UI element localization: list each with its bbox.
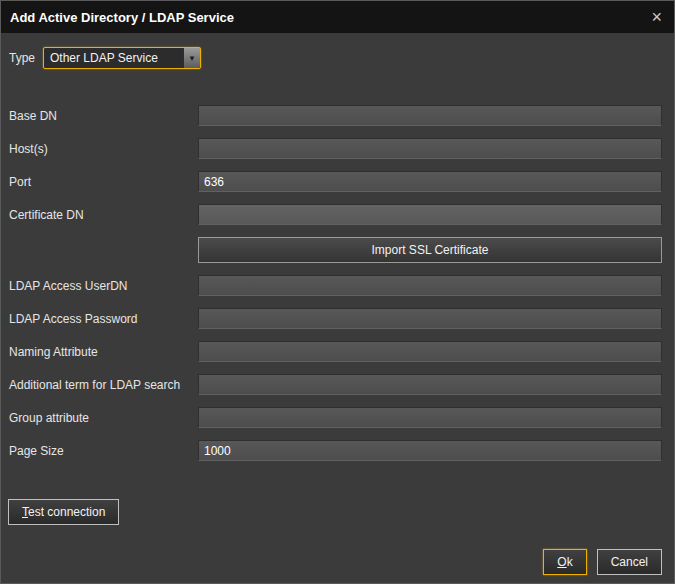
dialog-titlebar: Add Active Directory / LDAP Service × — [1, 1, 674, 33]
hosts-input[interactable] — [198, 138, 662, 159]
field-row-port: Port — [9, 171, 662, 192]
dialog-title: Add Active Directory / LDAP Service — [10, 10, 234, 25]
field-row-base-dn: Base DN — [9, 105, 662, 126]
import-ssl-certificate-button[interactable]: Import SSL Certificate — [198, 237, 662, 263]
ldap-access-password-label: LDAP Access Password — [9, 312, 198, 326]
type-row: Type Other LDAP Service ▼ — [9, 47, 662, 69]
group-attribute-input[interactable] — [198, 407, 662, 428]
naming-attribute-label: Naming Attribute — [9, 345, 198, 359]
test-connection-label: est connection — [28, 505, 105, 519]
chevron-down-icon[interactable]: ▼ — [183, 48, 200, 68]
ldap-access-userdn-input[interactable] — [198, 275, 662, 296]
dialog-footer: Ok Cancel — [543, 549, 662, 575]
ldap-access-userdn-label: LDAP Access UserDN — [9, 279, 198, 293]
hosts-label: Host(s) — [9, 142, 198, 156]
ok-mnemonic: O — [557, 555, 566, 569]
base-dn-input[interactable] — [198, 105, 662, 126]
import-ssl-row: Import SSL Certificate — [9, 237, 662, 263]
naming-attribute-input[interactable] — [198, 341, 662, 362]
test-connection-button[interactable]: Test connection — [8, 499, 119, 525]
field-row-ldap-access-userdn: LDAP Access UserDN — [9, 275, 662, 296]
additional-term-input[interactable] — [198, 374, 662, 395]
port-label: Port — [9, 175, 198, 189]
field-row-certificate-dn: Certificate DN — [9, 204, 662, 225]
ldap-access-password-input[interactable] — [198, 308, 662, 329]
port-input[interactable] — [198, 171, 662, 192]
type-label: Type — [9, 51, 35, 65]
field-row-naming-attribute: Naming Attribute — [9, 341, 662, 362]
group-attribute-label: Group attribute — [9, 411, 198, 425]
field-row-hosts: Host(s) — [9, 138, 662, 159]
dialog-content: Type Other LDAP Service ▼ Base DN Host(s… — [1, 33, 674, 525]
ok-button[interactable]: Ok — [543, 549, 586, 575]
close-icon[interactable]: × — [649, 8, 664, 26]
field-row-ldap-access-password: LDAP Access Password — [9, 308, 662, 329]
type-select[interactable]: Other LDAP Service ▼ — [43, 47, 201, 69]
type-select-value: Other LDAP Service — [44, 48, 183, 68]
ok-label: k — [567, 555, 573, 569]
field-row-page-size: Page Size — [9, 440, 662, 461]
page-size-label: Page Size — [9, 444, 198, 458]
page-size-input[interactable] — [198, 440, 662, 461]
base-dn-label: Base DN — [9, 109, 198, 123]
field-row-group-attribute: Group attribute — [9, 407, 662, 428]
additional-term-label: Additional term for LDAP search — [9, 378, 198, 392]
field-row-additional-term: Additional term for LDAP search — [9, 374, 662, 395]
add-ldap-service-dialog: Add Active Directory / LDAP Service × Ty… — [0, 0, 675, 584]
cancel-button[interactable]: Cancel — [597, 549, 662, 575]
certificate-dn-label: Certificate DN — [9, 208, 198, 222]
certificate-dn-input[interactable] — [198, 204, 662, 225]
